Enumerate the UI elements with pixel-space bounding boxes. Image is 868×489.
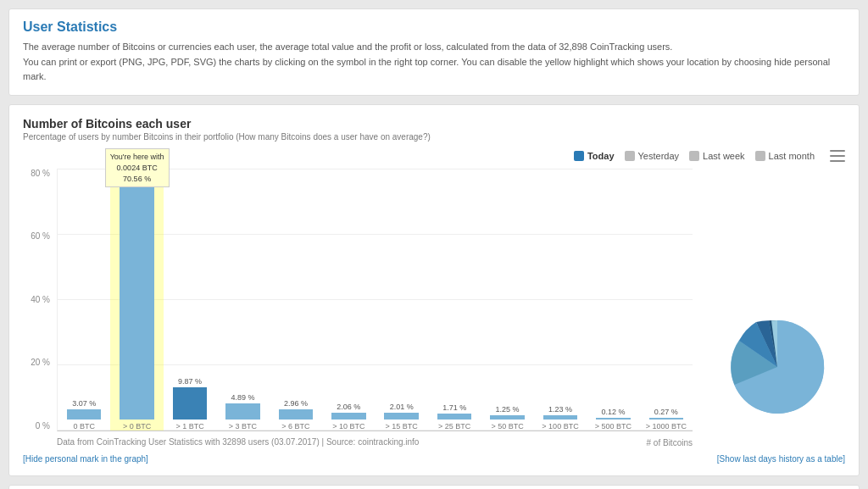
bar-pct-label-3: 4.89 % xyxy=(231,393,254,402)
legend-last-week-box xyxy=(689,151,699,161)
y-label-0: 0 % xyxy=(23,421,53,431)
y-label-80: 80 % xyxy=(23,169,53,178)
bar-x-label-1: > 0 BTC xyxy=(123,422,151,431)
bar-group-7[interactable]: 1.71 %> 25 BTC xyxy=(428,169,481,431)
legend-today-label: Today xyxy=(587,151,615,161)
bar-group-1[interactable]: You're here with0.0024 BTC70.56 %70.56 %… xyxy=(110,169,163,431)
legend-today[interactable]: Today xyxy=(574,151,615,161)
data-source: Data from CoinTracking User Statistics w… xyxy=(57,437,419,447)
bar-group-0[interactable]: 3.07 %0 BTC xyxy=(58,169,110,431)
legend-yesterday[interactable]: Yesterday xyxy=(625,151,680,161)
page-title: User Statistics xyxy=(23,19,845,35)
legend-last-month[interactable]: Last month xyxy=(755,151,815,161)
chart-links: [Hide personal mark in the graph] [Show … xyxy=(23,454,845,464)
bar-x-label-9: > 100 BTC xyxy=(542,422,578,431)
second-card xyxy=(8,485,860,489)
bar-7[interactable] xyxy=(437,414,472,420)
y-axis: 80 % 60 % 40 % 20 % 0 % xyxy=(23,169,53,431)
legend-last-month-box xyxy=(755,151,765,161)
bar-pct-label-7: 1.71 % xyxy=(442,403,466,412)
legend-last-week[interactable]: Last week xyxy=(689,151,745,161)
legend-yesterday-box xyxy=(625,151,635,161)
bar-group-6[interactable]: 2.01 %> 15 BTC xyxy=(376,169,428,431)
bar-x-label-3: > 3 BTC xyxy=(229,422,257,431)
bar-x-label-10: > 500 BTC xyxy=(595,422,632,431)
bar-x-label-11: > 1000 BTC xyxy=(646,422,687,431)
bar-pct-label-2: 9.87 % xyxy=(178,377,202,386)
bar-group-4[interactable]: 2.96 %> 6 BTC xyxy=(270,169,322,431)
bar-group-9[interactable]: 1.23 %> 100 BTC xyxy=(534,169,587,431)
bar-group-2[interactable]: 9.87 %> 1 BTC xyxy=(164,169,216,431)
bar-4[interactable] xyxy=(279,409,314,419)
bar-5[interactable] xyxy=(331,413,366,420)
legend-last-month-label: Last month xyxy=(769,151,815,161)
chart-area: 80 % 60 % 40 % 20 % 0 % 3. xyxy=(23,169,845,447)
bar-pct-label-8: 1.25 % xyxy=(496,405,520,414)
bar-group-3[interactable]: 4.89 %> 3 BTC xyxy=(216,169,269,431)
bar-10[interactable] xyxy=(596,418,631,420)
chart-menu-button[interactable] xyxy=(830,150,845,162)
bar-pct-label-6: 2.01 % xyxy=(390,403,414,411)
bar-pct-label-10: 0.12 % xyxy=(601,408,625,416)
bars-container: 3.07 %0 BTCYou're here with0.0024 BTC70.… xyxy=(57,169,693,431)
bar-chart-wrapper: 80 % 60 % 40 % 20 % 0 % 3. xyxy=(23,169,701,447)
chart-footer: Data from CoinTracking User Statistics w… xyxy=(23,436,701,447)
bar-11[interactable] xyxy=(649,418,684,420)
bar-x-label-8: > 50 BTC xyxy=(491,422,523,431)
chart-card: Number of Bitcoins each user Percentage … xyxy=(8,104,860,476)
bar-pct-label-5: 2.06 % xyxy=(337,403,360,411)
bar-pct-label-0: 3.07 % xyxy=(72,399,96,408)
bar-8[interactable] xyxy=(490,415,525,420)
bar-pct-label-11: 0.27 % xyxy=(654,408,678,416)
bar-x-label-0: 0 BTC xyxy=(73,422,95,431)
y-label-40: 40 % xyxy=(23,295,53,304)
show-history-table-link[interactable]: [Show last days history as a table] xyxy=(717,454,845,464)
bar-pct-label-4: 2.96 % xyxy=(284,399,308,408)
description-line2: You can print or export (PNG, JPG, PDF, … xyxy=(23,55,845,85)
legend-today-box xyxy=(574,151,584,161)
bar-group-11[interactable]: 0.27 %> 1000 BTC xyxy=(640,169,693,431)
bar-3[interactable] xyxy=(225,403,260,420)
bar-9[interactable] xyxy=(543,415,578,420)
pie-chart-area xyxy=(709,303,845,431)
bar-x-label-7: > 25 BTC xyxy=(438,422,470,431)
bar-group-8[interactable]: 1.25 %> 50 BTC xyxy=(481,169,533,431)
legend-last-week-label: Last week xyxy=(703,151,745,161)
bar-pct-label-9: 1.23 % xyxy=(548,405,572,414)
y-label-20: 20 % xyxy=(23,358,53,367)
x-axis-title: # of Bitcoins xyxy=(647,438,693,447)
bar-tooltip: You're here with0.0024 BTC70.56 % xyxy=(105,148,170,187)
bar-1[interactable] xyxy=(120,187,154,419)
bar-group-5[interactable]: 2.06 %> 10 BTC xyxy=(322,169,375,431)
bar-6[interactable] xyxy=(384,413,419,420)
chart-title: Number of Bitcoins each user xyxy=(23,117,845,131)
bar-x-label-4: > 6 BTC xyxy=(281,422,309,431)
y-label-60: 60 % xyxy=(23,231,53,241)
description-line1: The average number of Bitcoins or curren… xyxy=(23,40,845,55)
bar-group-10[interactable]: 0.12 %> 500 BTC xyxy=(587,169,639,431)
hide-personal-mark-link[interactable]: [Hide personal mark in the graph] xyxy=(23,454,148,464)
chart-subtitle: Percentage of users by number Bitcoins i… xyxy=(23,132,845,142)
bar-x-label-5: > 10 BTC xyxy=(332,422,364,431)
bar-x-label-2: > 1 BTC xyxy=(175,422,203,431)
bar-2[interactable] xyxy=(173,387,208,420)
pie-chart xyxy=(714,303,841,431)
legend-yesterday-label: Yesterday xyxy=(638,151,680,161)
user-statistics-card: User Statistics The average number of Bi… xyxy=(8,8,860,96)
bar-0[interactable] xyxy=(67,409,102,420)
bar-x-label-6: > 15 BTC xyxy=(386,422,418,431)
